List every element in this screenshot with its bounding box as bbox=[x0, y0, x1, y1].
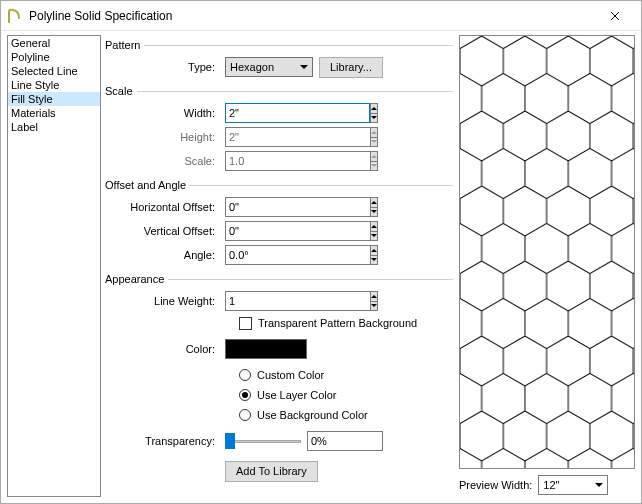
voffset-input[interactable] bbox=[225, 221, 370, 241]
scale-input bbox=[225, 151, 370, 171]
group-offset: Offset and Angle Horizontal Offset: Vert… bbox=[105, 179, 453, 269]
chevron-down-icon bbox=[595, 483, 603, 487]
scale-spinner bbox=[225, 151, 307, 171]
voffset-spinner[interactable] bbox=[225, 221, 307, 241]
library-button[interactable]: Library... bbox=[319, 57, 383, 78]
dialog-window: Polyline Solid Specification General Pol… bbox=[0, 0, 642, 504]
width-label: Width: bbox=[129, 107, 225, 119]
category-sidebar: General Polyline Selected Line Line Styl… bbox=[7, 35, 101, 497]
main-panel: Pattern Type: Hexagon Library... S bbox=[105, 35, 635, 497]
group-appearance-label: Appearance bbox=[105, 273, 168, 285]
width-spinner[interactable] bbox=[225, 103, 307, 123]
form-column: Pattern Type: Hexagon Library... S bbox=[105, 35, 453, 497]
type-combo[interactable]: Hexagon bbox=[225, 57, 313, 77]
slider-thumb[interactable] bbox=[225, 433, 235, 449]
radio-custom-color-label: Custom Color bbox=[257, 369, 324, 381]
scale-label: Scale: bbox=[129, 155, 225, 167]
chevron-down-icon bbox=[300, 65, 308, 69]
pattern-preview bbox=[459, 35, 635, 469]
lineweight-label: Line Weight: bbox=[129, 295, 225, 307]
angle-label: Angle: bbox=[129, 249, 225, 261]
sidebar-item-selected-line[interactable]: Selected Line bbox=[8, 64, 100, 78]
group-scale: Scale Width: Height: bbox=[105, 85, 453, 175]
sidebar-item-label[interactable]: Label bbox=[8, 120, 100, 134]
preview-column: Preview Width: 12" bbox=[459, 35, 635, 497]
width-spin-up[interactable] bbox=[371, 104, 377, 114]
window-title: Polyline Solid Specification bbox=[29, 9, 595, 23]
hoffset-input[interactable] bbox=[225, 197, 370, 217]
radio-use-bg-color[interactable] bbox=[239, 409, 251, 421]
add-to-library-button[interactable]: Add To Library bbox=[225, 461, 318, 482]
sidebar-item-line-style[interactable]: Line Style bbox=[8, 78, 100, 92]
width-input[interactable] bbox=[225, 103, 370, 123]
height-spinner bbox=[225, 127, 307, 147]
transparency-slider[interactable] bbox=[225, 433, 301, 449]
voffset-label: Vertical Offset: bbox=[129, 225, 225, 237]
dialog-body: General Polyline Selected Line Line Styl… bbox=[1, 31, 641, 503]
sidebar-item-polyline[interactable]: Polyline bbox=[8, 50, 100, 64]
group-pattern: Pattern Type: Hexagon Library... bbox=[105, 39, 453, 81]
transparency-input[interactable] bbox=[307, 431, 383, 451]
width-spin-down[interactable] bbox=[371, 114, 377, 123]
preview-width-label: Preview Width: bbox=[459, 479, 532, 491]
app-icon bbox=[7, 8, 23, 24]
sidebar-item-materials[interactable]: Materials bbox=[8, 106, 100, 120]
group-pattern-label: Pattern bbox=[105, 39, 144, 51]
radio-use-bg-color-label: Use Background Color bbox=[257, 409, 368, 421]
color-swatch[interactable] bbox=[225, 339, 307, 359]
transparent-bg-checkbox[interactable] bbox=[239, 317, 252, 330]
lineweight-input[interactable] bbox=[225, 291, 370, 311]
titlebar: Polyline Solid Specification bbox=[1, 1, 641, 31]
height-input bbox=[225, 127, 370, 147]
close-button[interactable] bbox=[595, 2, 635, 30]
sidebar-item-general[interactable]: General bbox=[8, 36, 100, 50]
radio-use-layer-color[interactable] bbox=[239, 389, 251, 401]
transparent-bg-label: Transparent Pattern Background bbox=[258, 317, 417, 329]
hoffset-spinner[interactable] bbox=[225, 197, 307, 217]
svg-rect-0 bbox=[460, 36, 635, 469]
group-scale-label: Scale bbox=[105, 85, 137, 97]
close-icon bbox=[610, 11, 620, 21]
group-appearance: Appearance Line Weight: Transparent Patt bbox=[105, 273, 453, 497]
type-label: Type: bbox=[129, 61, 225, 73]
type-value: Hexagon bbox=[230, 61, 274, 73]
radio-custom-color[interactable] bbox=[239, 369, 251, 381]
group-offset-label: Offset and Angle bbox=[105, 179, 190, 191]
preview-width-combo[interactable]: 12" bbox=[538, 475, 608, 495]
radio-use-layer-color-label: Use Layer Color bbox=[257, 389, 336, 401]
angle-spinner[interactable] bbox=[225, 245, 307, 265]
hoffset-label: Horizontal Offset: bbox=[129, 201, 225, 213]
transparency-label: Transparency: bbox=[129, 435, 225, 447]
sidebar-item-fill-style[interactable]: Fill Style bbox=[8, 92, 100, 106]
preview-width-value: 12" bbox=[543, 479, 559, 491]
angle-input[interactable] bbox=[225, 245, 370, 265]
lineweight-spinner[interactable] bbox=[225, 291, 307, 311]
color-label: Color: bbox=[129, 343, 225, 355]
height-label: Height: bbox=[129, 131, 225, 143]
